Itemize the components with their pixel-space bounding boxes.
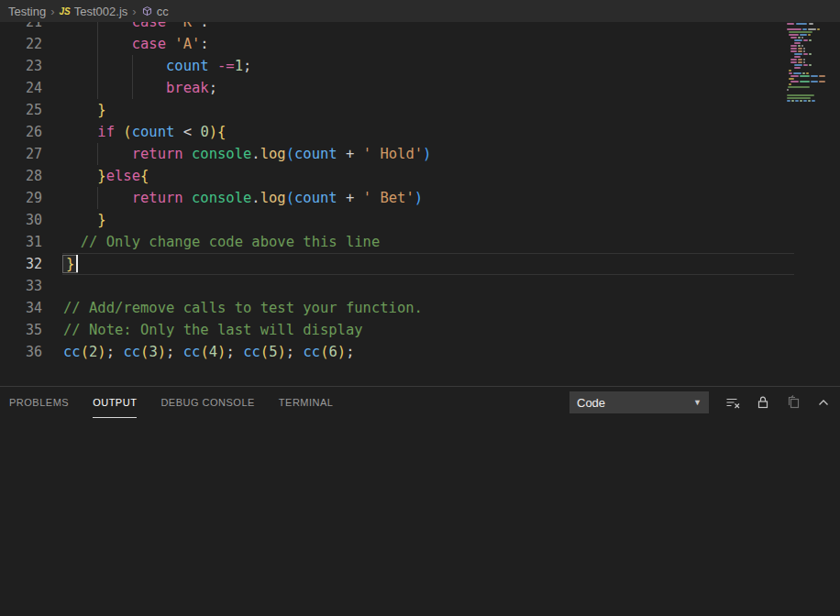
code-token: . [251,190,260,206]
panel-tab-problems[interactable]: PROBLEMS [9,387,69,418]
minimap-row [787,92,836,94]
code-line[interactable]: 32} [0,253,794,275]
line-number: 23 [0,55,42,77]
code-line[interactable]: 22 case 'A': [0,33,794,55]
breadcrumb-item-symbol[interactable]: cc [141,5,169,18]
minimap-segment [794,56,801,58]
panel-tab-debug-console[interactable]: DEBUG CONSOLE [160,387,254,418]
minimap-segment [794,39,802,41]
code-line-content: if (count < 0){ [63,121,226,143]
code-token [63,80,166,96]
indent-guide [97,143,98,165]
code-line[interactable]: 36cc(2); cc(3); cc(4); cc(5); cc(6); [0,341,794,363]
code-token: ; [209,80,217,96]
minimap-row [787,70,836,72]
minimap-segment [791,100,794,102]
code-line[interactable]: 35// Note: Only the last will display [0,319,794,341]
minimap[interactable] [787,23,836,103]
panel-tab-terminal[interactable]: TERMINAL [279,387,334,418]
code-line[interactable]: 34// Add/remove calls to test your funct… [0,297,794,319]
line-number: 31 [0,231,42,253]
minimap-segment [794,64,802,66]
open-in-editor-icon[interactable] [786,395,801,410]
minimap-segment [806,72,809,74]
minimap-row [787,78,836,80]
code-line-content: return console.log(count + ' Hold') [63,143,431,165]
indent-guide [97,187,98,209]
line-number: 27 [0,143,42,165]
code-token: // Only change code above this line [81,234,381,250]
code-token [63,168,97,184]
minimap-row [787,94,836,96]
code-token: cc [243,344,260,360]
code-line-content: case 'A': [63,33,209,55]
code-line[interactable]: 24 break; [0,77,794,99]
minimap-segment [789,78,794,80]
minimap-segment [796,23,807,25]
code-line[interactable]: 29 return console.log(count + ' Bet') [0,187,794,209]
code-token: ' Bet' [363,190,414,206]
minimap-segment [787,23,794,25]
indent-guide [97,77,98,99]
breadcrumb-item-folder[interactable]: Testing [8,5,46,18]
code-token [354,146,362,162]
code-token: break [166,80,209,96]
code-token: ( [200,344,208,360]
code-line[interactable]: 25 } [0,99,794,121]
code-token [63,234,81,250]
minimap-segment [803,61,805,63]
lock-scrolling-icon[interactable] [756,395,770,410]
code-token: ) [97,344,105,360]
minimap-segment [788,86,810,88]
code-line[interactable]: 30 } [0,209,794,231]
minimap-segment [798,37,801,38]
code-token [115,124,123,140]
output-channel-dropdown[interactable]: Code ▼ [569,391,709,413]
minimap-segment [803,48,805,50]
code-token [63,102,97,118]
minimap-row [787,61,836,63]
minimap-segment [812,100,815,102]
code-line-content: cc(2); cc(3); cc(4); cc(5); cc(6); [63,341,355,363]
code-line[interactable]: 28 }else{ [0,165,794,187]
code-token: count [132,124,175,140]
minimap-row [787,50,836,52]
code-line[interactable]: 26 if (count < 0){ [0,121,794,143]
javascript-file-icon: JS [60,6,71,16]
output-channel-value: Code [577,396,605,410]
text-cursor [76,255,78,272]
code-token [183,190,192,206]
minimap-row [787,34,836,36]
code-line[interactable]: 23 count -=1; [0,55,794,77]
chevron-right-icon: › [50,5,54,18]
code-token [354,190,362,206]
code-token: 'A' [174,36,200,52]
breadcrumb-symbol-label: cc [157,5,169,18]
clear-output-icon[interactable] [725,395,740,410]
code-line[interactable]: 31 // Only change code above this line [0,231,794,253]
code-token: : [200,36,208,52]
code-line-content: } [63,253,77,275]
line-number: 34 [0,297,42,319]
indent-guide [132,77,133,99]
code-token: ( [286,146,294,162]
code-token: ; [226,344,243,360]
minimap-segment [819,75,825,77]
code-token: count [294,190,337,206]
code-line[interactable]: 33 [0,275,794,297]
code-line[interactable]: 27 return console.log(count + ' Hold') [0,143,794,165]
minimap-segment [787,100,790,102]
code-token: return [132,146,183,162]
code-editor[interactable]: 21 case 'K':22 case 'A':23 count -=1;24 … [0,11,794,363]
minimap-segment [793,72,801,74]
panel-tab-output[interactable]: OUTPUT [93,387,137,418]
maximize-panel-icon[interactable] [816,395,831,410]
indent-guide [97,55,98,77]
code-token [192,124,200,140]
code-token: ( [123,124,131,140]
minimap-segment [809,39,812,41]
code-token: -= [217,58,235,74]
code-token: ( [140,344,149,360]
minimap-row [787,28,836,30]
breadcrumb-item-file[interactable]: JS Test002.js [60,5,128,18]
